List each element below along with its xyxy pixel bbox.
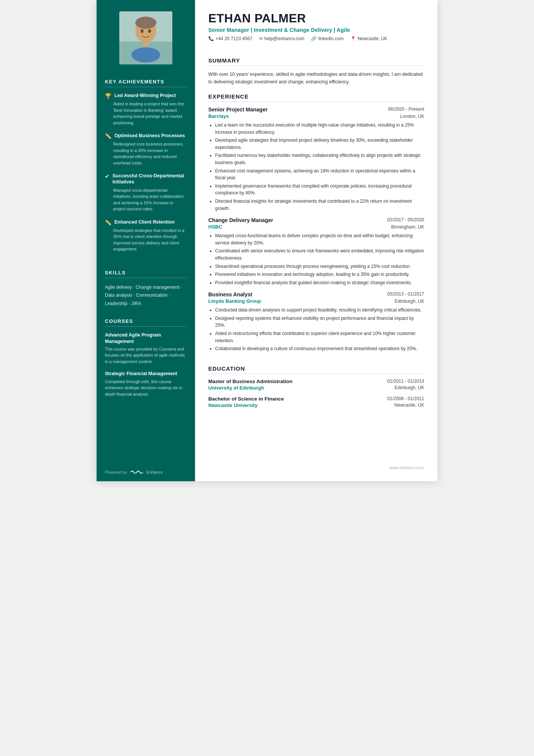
achievement-desc: Managed cross-departmental initiatives, … (105, 187, 187, 212)
job-header: Senior Project Manager 06/2020 - Present (208, 106, 424, 113)
course-item: Strategic Financial Management Completed… (105, 371, 187, 397)
svg-point-7 (148, 29, 151, 33)
svg-point-5 (131, 47, 160, 63)
course-item: Advanced Agile Program Management This c… (105, 332, 187, 365)
job-dates: 06/2020 - Present (388, 106, 424, 112)
bullet-item: Streamlined operational processes throug… (215, 263, 424, 270)
bullet-item: Facilitated numerous key stakeholder mee… (215, 152, 424, 166)
course-desc: Completed through edX, this course enhan… (105, 379, 187, 398)
candidate-title: Senior Manager | Investment & Change Del… (208, 27, 424, 33)
achievement-desc: Redesigned core business processes, resu… (105, 141, 187, 166)
phone-icon: 📞 (208, 36, 214, 41)
achievement-title: Successful Cross-Departmental Initiative… (112, 173, 187, 185)
location-icon: 📍 (350, 36, 356, 41)
resume-page: KEY ACHIEVEMENTS 🏆 Led Award-Winning Pro… (97, 0, 437, 481)
pencil-icon: ✏️ (105, 219, 111, 225)
achievement-desc: Developed strategies that resulted in a … (105, 227, 187, 252)
edu-location: Edinburgh, UK (395, 385, 424, 390)
email-contact: ✉ help@enhancv.com (259, 36, 304, 41)
company-name: Barclays (208, 113, 229, 119)
brand-name: Enhancv (147, 470, 163, 474)
candidate-name: ETHAN PALMER (208, 11, 424, 25)
job-entry: Senior Project Manager 06/2020 - Present… (208, 106, 424, 212)
job-header: Change Delivery Manager 02/2017 - 05/202… (208, 217, 424, 223)
sidebar-footer: Powered by Enhancv (97, 463, 195, 481)
achievements-title: KEY ACHIEVEMENTS (105, 79, 187, 87)
job-title: Senior Project Manager (208, 106, 267, 113)
achievement-header: ✏️ Optimised Business Processes (105, 133, 187, 139)
bullet-item: Enhanced cost management systems, achiev… (215, 167, 424, 182)
edu-location: Newcastle, UK (394, 402, 424, 408)
achievement-desc: Aided in leading a project that won the … (105, 101, 187, 126)
edu-dates: 01/2008 - 01/2011 (387, 396, 424, 401)
summary-section: SUMMARY With over 10 years' experience, … (208, 57, 424, 86)
bullet-item: Provided insightful financial analysis t… (215, 279, 424, 286)
achievement-header: 🏆 Led Award-Winning Project (105, 92, 187, 99)
powered-by-label: Powered by (105, 470, 127, 474)
edu-dates: 01/2011 - 01/2013 (387, 379, 424, 384)
job-bullets: Conducted data-driven analyses to suppor… (208, 307, 424, 352)
bullet-item: Directed financial insights for strategi… (215, 198, 424, 212)
courses-title: COURSES (105, 318, 187, 327)
svg-point-6 (141, 29, 144, 33)
job-dates: 02/2017 - 05/2020 (387, 217, 424, 222)
bullet-item: Implemented governance frameworks that c… (215, 183, 424, 197)
bullet-item: Collaborated in developing a culture of … (215, 345, 424, 352)
location-text: Newcastle, UK (358, 36, 387, 41)
bullet-item: Conducted data-driven analyses to suppor… (215, 307, 424, 314)
courses-section: COURSES Advanced Agile Program Managemen… (97, 311, 195, 407)
bullet-item: Managed cross-functional teams to delive… (215, 232, 424, 246)
email-icon: ✉ (259, 36, 263, 41)
phone-number: +44 20 7123 4567 (215, 36, 252, 41)
edu-header: Bachelor of Science in Finance 01/2008 -… (208, 396, 424, 402)
job-entry: Change Delivery Manager 02/2017 - 05/202… (208, 217, 424, 286)
job-location: Edinburgh, UK (395, 299, 424, 304)
company-name: Lloyds Banking Group (208, 298, 261, 304)
experience-section: EXPERIENCE Senior Project Manager 06/202… (208, 93, 424, 358)
edu-school-row: University of Edinburgh Edinburgh, UK (208, 385, 424, 391)
achievement-header: ✏️ Enhanced Client Retention (105, 219, 187, 225)
svg-rect-4 (143, 41, 149, 46)
achievement-item: 🏆 Led Award-Winning Project Aided in lea… (105, 92, 187, 126)
email-address: help@enhancv.com (264, 36, 304, 41)
check-icon: ✔ (105, 173, 109, 179)
job-title: Change Delivery Manager (208, 217, 273, 223)
achievements-section: KEY ACHIEVEMENTS 🏆 Led Award-Winning Pro… (97, 72, 195, 263)
job-company-row: Lloyds Banking Group Edinburgh, UK (208, 298, 424, 304)
school-name: Newcastle University (208, 402, 258, 408)
skills-section: SKILLS Agile delivery · Change managemen… (97, 263, 195, 312)
bullet-item: Coordinated with senior executives to en… (215, 247, 424, 261)
enhancv-logo-icon (129, 469, 144, 475)
education-title: EDUCATION (208, 365, 424, 374)
job-bullets: Managed cross-functional teams to delive… (208, 232, 424, 286)
achievement-header: ✔ Successful Cross-Departmental Initiati… (105, 173, 187, 185)
degree-name: Master of Business Administration (208, 379, 292, 384)
svg-point-3 (135, 17, 156, 29)
bullet-item: Designed reporting systems that enhanced… (215, 315, 424, 329)
summary-text: With over 10 years' experience, skilled … (208, 70, 424, 86)
pencil-icon: ✏️ (105, 133, 111, 139)
bullet-item: Led a team on the successful execution o… (215, 122, 424, 136)
edu-entry: Bachelor of Science in Finance 01/2008 -… (208, 396, 424, 408)
profile-photo (119, 11, 172, 64)
job-company-row: Barclays London, UK (208, 113, 424, 119)
job-company-row: HSBC Birmingham, UK (208, 224, 424, 230)
edu-header: Master of Business Administration 01/201… (208, 379, 424, 384)
header-section: ETHAN PALMER Senior Manager | Investment… (208, 11, 424, 50)
achievement-item: ✏️ Optimised Business Processes Redesign… (105, 133, 187, 166)
trophy-icon: 🏆 (105, 93, 111, 99)
achievement-title: Optimised Business Processes (114, 133, 185, 139)
website-url: www.enhancv.com (390, 465, 424, 470)
bullet-item: Pioneered initiatives in innovation and … (215, 271, 424, 278)
linkedin-icon: 🔗 (311, 36, 317, 41)
school-name: University of Edinburgh (208, 385, 264, 391)
experience-title: EXPERIENCE (208, 93, 424, 102)
achievement-title: Led Award-Winning Project (114, 92, 176, 99)
sidebar: KEY ACHIEVEMENTS 🏆 Led Award-Winning Pro… (97, 0, 195, 481)
company-name: HSBC (208, 224, 222, 230)
skills-list: Agile delivery · Change management · Dat… (105, 283, 187, 308)
skills-title: SKILLS (105, 270, 187, 278)
job-dates: 05/2013 - 01/2017 (387, 291, 424, 297)
achievement-item: ✔ Successful Cross-Departmental Initiati… (105, 173, 187, 212)
job-location: Birmingham, UK (391, 224, 424, 230)
